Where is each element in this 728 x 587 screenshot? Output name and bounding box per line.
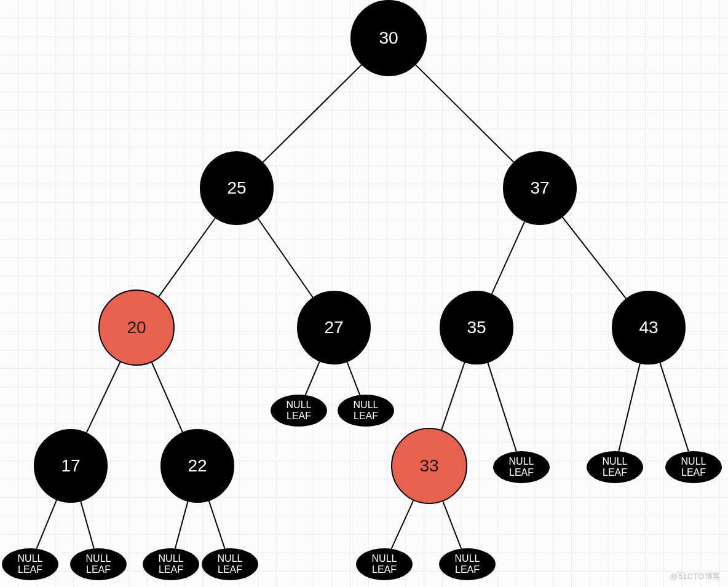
tree-node-37: 37 — [503, 151, 577, 225]
null-leaf: NULL LEAF — [356, 548, 413, 580]
tree-node-label: 37 — [530, 179, 549, 198]
null-leaf-label: NULL LEAF — [159, 553, 184, 575]
null-leaf-label: NULL LEAF — [287, 400, 312, 421]
null-leaf: NULL LEAF — [439, 548, 496, 580]
null-leaf-label: NULL LEAF — [354, 400, 379, 421]
diagram-stage: @51CTO博客 30253720273543172233NULL LEAFNU… — [0, 0, 728, 587]
tree-edge — [258, 218, 312, 297]
tree-node-30: 30 — [350, 0, 427, 76]
tree-edge — [441, 363, 464, 430]
tree-node-35: 35 — [440, 291, 513, 364]
tree-edge — [263, 65, 362, 162]
tree-node-label: 22 — [188, 457, 207, 476]
tree-node-label: 35 — [467, 318, 486, 337]
null-leaf: NULL LEAF — [587, 451, 643, 483]
null-leaf-label: NULL LEAF — [18, 553, 43, 575]
tree-node-22: 22 — [160, 429, 234, 503]
tree-node-17: 17 — [34, 429, 108, 503]
tree-edge — [152, 363, 183, 432]
null-leaf-label: NULL LEAF — [372, 553, 397, 575]
tree-node-label: 20 — [127, 318, 146, 337]
tree-node-label: 33 — [419, 457, 438, 476]
null-leaf-label: NULL LEAF — [509, 456, 534, 478]
null-leaf-label: NULL LEAF — [603, 456, 628, 478]
null-leaf: NULL LEAF — [70, 548, 127, 580]
tree-node-label: 17 — [61, 457, 80, 476]
tree-node-27: 27 — [297, 291, 371, 364]
tree-edge — [306, 361, 320, 395]
tree-node-label: 30 — [379, 29, 398, 48]
watermark: @51CTO博客 — [670, 571, 721, 582]
tree-edge — [391, 500, 413, 548]
tree-edge — [175, 502, 188, 548]
edges-layer — [0, 0, 728, 587]
tree-edge — [443, 502, 461, 549]
null-leaf: NULL LEAF — [338, 395, 394, 427]
tree-node-label: 27 — [324, 318, 343, 337]
null-leaf-label: NULL LEAF — [455, 553, 480, 575]
tree-edge — [81, 502, 94, 549]
tree-node-25: 25 — [200, 151, 274, 225]
null-leaf: NULL LEAF — [271, 395, 327, 427]
tree-node-20: 20 — [98, 290, 175, 366]
tree-edge — [347, 362, 360, 395]
tree-edge — [209, 501, 225, 548]
tree-node-43: 43 — [612, 291, 686, 364]
tree-edge — [159, 218, 215, 297]
tree-edge — [492, 222, 524, 294]
null-leaf-label: NULL LEAF — [681, 456, 706, 478]
tree-node-label: 25 — [227, 179, 246, 198]
null-leaf-label: NULL LEAF — [218, 553, 243, 575]
null-leaf-label: NULL LEAF — [86, 553, 111, 575]
null-leaf: NULL LEAF — [493, 451, 550, 483]
tree-node-33: 33 — [391, 428, 467, 504]
null-leaf: NULL LEAF — [202, 548, 258, 580]
null-leaf: NULL LEAF — [143, 548, 199, 580]
tree-edge — [619, 363, 640, 451]
tree-edge — [87, 362, 121, 433]
null-leaf: NULL LEAF — [2, 548, 58, 580]
tree-edge — [416, 65, 513, 162]
tree-edge — [488, 363, 516, 451]
tree-edge — [660, 363, 688, 451]
null-leaf: NULL LEAF — [665, 451, 722, 483]
tree-edge — [563, 217, 626, 298]
tree-edge — [36, 500, 57, 548]
tree-node-label: 43 — [639, 318, 658, 337]
